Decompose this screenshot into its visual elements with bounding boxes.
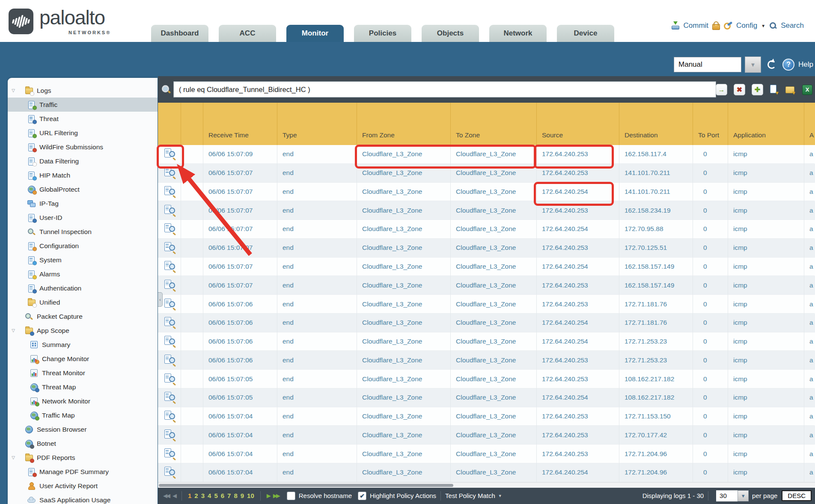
sidebar-item-unified[interactable]: Unified <box>8 295 158 309</box>
receive-time-cell[interactable]: 06/06 15:07:07 <box>203 183 277 202</box>
application-cell[interactable]: icmp <box>728 295 804 314</box>
application-cell[interactable]: icmp <box>728 332 804 351</box>
to-port-cell[interactable]: 0 <box>693 164 728 183</box>
to-zone-cell[interactable]: Cloudflare_L3_Zone <box>451 388 537 407</box>
column-header-col-0[interactable] <box>158 103 181 145</box>
application-cell[interactable]: icmp <box>728 445 804 463</box>
to-port-cell[interactable]: 0 <box>693 201 728 220</box>
type-cell[interactable]: end <box>277 426 357 445</box>
action-cell[interactable]: a <box>804 445 815 463</box>
sidebar-item-manage-pdf-summary[interactable]: Manage PDF Summary <box>8 465 158 479</box>
help-icon[interactable]: ? <box>782 59 794 71</box>
page-number-6[interactable]: 6 <box>221 492 224 499</box>
column-header-from-zone[interactable]: From Zone <box>357 103 451 145</box>
from-zone-cell[interactable]: Cloudflare_L3_Zone <box>357 145 451 164</box>
sidebar-item-threat[interactable]: Threat <box>8 112 158 126</box>
action-cell[interactable]: a <box>804 201 815 220</box>
to-port-cell[interactable]: 0 <box>693 388 728 407</box>
source-cell[interactable]: 172.64.240.253 <box>537 407 619 426</box>
help-link[interactable]: Help <box>798 60 813 69</box>
log-detail-icon[interactable] <box>164 280 175 291</box>
action-cell[interactable]: a <box>804 295 815 314</box>
page-number-8[interactable]: 8 <box>234 492 237 499</box>
action-cell[interactable]: a <box>804 276 815 295</box>
receive-time-cell[interactable]: 06/06 15:07:07 <box>203 201 277 220</box>
log-detail-icon[interactable] <box>164 448 175 460</box>
sidebar-item-change-monitor[interactable]: Change Monitor <box>8 352 158 366</box>
log-detail-icon[interactable] <box>164 261 175 272</box>
destination-cell[interactable]: 172.71.153.150 <box>619 407 693 426</box>
tab-dashboard[interactable]: Dashboard <box>151 25 208 42</box>
from-zone-cell[interactable]: Cloudflare_L3_Zone <box>357 239 451 258</box>
action-cell[interactable]: a <box>804 463 815 482</box>
type-cell[interactable]: end <box>277 370 357 388</box>
page-number-1[interactable]: 1 <box>188 492 191 499</box>
application-cell[interactable]: icmp <box>728 258 804 276</box>
application-cell[interactable]: icmp <box>728 201 804 220</box>
destination-cell[interactable]: 162.158.157.149 <box>619 276 693 295</box>
to-zone-cell[interactable]: Cloudflare_L3_Zone <box>451 239 537 258</box>
source-cell[interactable]: 172.64.240.253 <box>537 351 619 370</box>
to-zone-cell[interactable]: Cloudflare_L3_Zone <box>451 351 537 370</box>
receive-time-cell[interactable]: 06/06 15:07:04 <box>203 407 277 426</box>
source-cell[interactable]: 172.64.240.253 <box>537 201 619 220</box>
from-zone-cell[interactable]: Cloudflare_L3_Zone <box>357 407 451 426</box>
source-cell[interactable]: 172.64.240.253 <box>537 164 619 183</box>
column-header-destination[interactable]: Destination <box>619 103 693 145</box>
log-detail-icon[interactable] <box>164 430 175 441</box>
action-cell[interactable]: a <box>804 258 815 276</box>
page-number-2[interactable]: 2 <box>194 492 198 499</box>
action-cell[interactable]: a <box>804 388 815 407</box>
to-port-cell[interactable]: 0 <box>693 258 728 276</box>
to-port-cell[interactable]: 0 <box>693 407 728 426</box>
source-cell[interactable]: 172.64.240.253 <box>537 239 619 258</box>
from-zone-cell[interactable]: Cloudflare_L3_Zone <box>357 295 451 314</box>
type-cell[interactable]: end <box>277 220 357 239</box>
action-cell[interactable]: a <box>804 314 815 332</box>
sidebar-item-traffic[interactable]: Traffic <box>8 98 158 112</box>
application-cell[interactable]: icmp <box>728 407 804 426</box>
destination-cell[interactable]: 162.158.157.149 <box>619 258 693 276</box>
lock-icon[interactable] <box>712 24 720 30</box>
to-port-cell[interactable]: 0 <box>693 332 728 351</box>
to-zone-cell[interactable]: Cloudflare_L3_Zone <box>451 276 537 295</box>
log-detail-icon[interactable] <box>164 392 175 403</box>
receive-time-cell[interactable]: 06/06 15:07:07 <box>203 164 277 183</box>
sidebar-item-globalprotect[interactable]: GlobalProtect <box>8 182 158 196</box>
to-zone-cell[interactable]: Cloudflare_L3_Zone <box>451 463 537 482</box>
destination-cell[interactable]: 172.70.95.88 <box>619 220 693 239</box>
application-cell[interactable]: icmp <box>728 463 804 482</box>
log-detail-icon[interactable] <box>164 186 175 197</box>
from-zone-cell[interactable]: Cloudflare_L3_Zone <box>357 201 451 220</box>
type-cell[interactable]: end <box>277 276 357 295</box>
action-cell[interactable]: a <box>804 351 815 370</box>
destination-cell[interactable]: 162.158.117.4 <box>619 145 693 164</box>
to-zone-cell[interactable]: Cloudflare_L3_Zone <box>451 164 537 183</box>
action-cell[interactable]: a <box>804 183 815 202</box>
sidebar-item-configuration[interactable]: Configuration <box>8 239 158 253</box>
destination-cell[interactable]: 172.71.253.23 <box>619 351 693 370</box>
expand-caret-icon[interactable]: ▽ <box>10 328 16 333</box>
to-zone-cell[interactable]: Cloudflare_L3_Zone <box>451 183 537 202</box>
action-cell[interactable]: a <box>804 239 815 258</box>
column-header-to-zone[interactable]: To Zone <box>451 103 537 145</box>
receive-time-cell[interactable]: 06/06 15:07:07 <box>203 258 277 276</box>
log-detail-icon[interactable] <box>164 299 175 310</box>
sidebar-item-user-id[interactable]: User-ID <box>8 210 158 225</box>
sidebar-item-ip-tag[interactable]: IP-Tag <box>8 196 158 210</box>
type-cell[interactable]: end <box>277 445 357 463</box>
tab-device[interactable]: Device <box>557 25 614 42</box>
action-cell[interactable]: a <box>804 407 815 426</box>
commit-link[interactable]: Commit <box>684 21 709 30</box>
source-cell[interactable]: 172.64.240.254 <box>537 388 619 407</box>
sort-order-button[interactable]: DESC <box>782 490 812 501</box>
receive-time-cell[interactable]: 06/06 15:07:04 <box>203 426 277 445</box>
application-cell[interactable]: icmp <box>728 388 804 407</box>
expand-caret-icon[interactable]: ▽ <box>10 88 16 93</box>
expand-caret-icon[interactable]: ▽ <box>10 455 16 460</box>
log-detail-icon[interactable] <box>164 411 175 422</box>
tab-policies[interactable]: Policies <box>354 25 411 42</box>
next-page-icon[interactable]: ▶ <box>267 492 270 499</box>
to-port-cell[interactable]: 0 <box>693 370 728 388</box>
log-detail-icon[interactable] <box>164 467 175 478</box>
